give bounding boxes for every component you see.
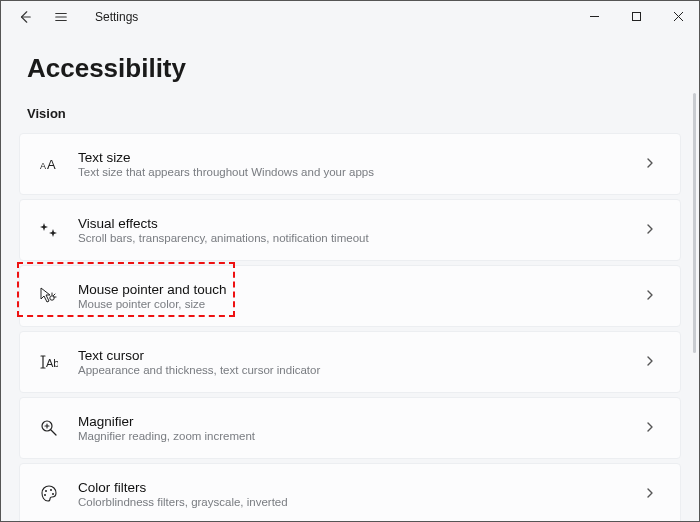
- minimize-button[interactable]: [573, 1, 615, 31]
- maximize-button[interactable]: [615, 1, 657, 31]
- svg-text:A: A: [40, 161, 46, 171]
- chevron-right-icon: [644, 353, 662, 371]
- row-text-size[interactable]: AA Text size Text size that appears thro…: [19, 133, 681, 195]
- row-color-filters[interactable]: Color filters Colorblindness filters, gr…: [19, 463, 681, 522]
- chevron-right-icon: [644, 419, 662, 437]
- close-button[interactable]: [657, 1, 699, 31]
- color-filters-icon: [38, 483, 60, 505]
- chevron-right-icon: [644, 155, 662, 173]
- titlebar: Settings: [1, 1, 699, 33]
- row-title: Text size: [78, 150, 644, 165]
- text-size-icon: AA: [38, 153, 60, 175]
- row-text-cursor[interactable]: Ab Text cursor Appearance and thickness,…: [19, 331, 681, 393]
- row-title: Mouse pointer and touch: [78, 282, 644, 297]
- svg-point-3: [50, 296, 54, 300]
- svg-text:A: A: [47, 157, 56, 172]
- maximize-icon: [631, 11, 642, 22]
- mouse-pointer-icon: [38, 285, 60, 307]
- row-title: Magnifier: [78, 414, 644, 429]
- minimize-icon: [589, 11, 600, 22]
- row-visual-effects[interactable]: Visual effects Scroll bars, transparency…: [19, 199, 681, 261]
- row-magnifier[interactable]: Magnifier Magnifier reading, zoom increm…: [19, 397, 681, 459]
- svg-point-9: [44, 494, 46, 496]
- chevron-right-icon: [644, 221, 662, 239]
- chevron-right-icon: [644, 485, 662, 503]
- titlebar-label: Settings: [95, 10, 138, 24]
- magnifier-icon: [38, 417, 60, 439]
- svg-point-6: [45, 490, 47, 492]
- section-vision-label: Vision: [1, 92, 699, 133]
- row-subtitle: Appearance and thickness, text cursor in…: [78, 364, 644, 376]
- row-subtitle: Scroll bars, transparency, animations, n…: [78, 232, 644, 244]
- hamburger-icon: [54, 10, 68, 24]
- row-subtitle: Colorblindness filters, grayscale, inver…: [78, 496, 644, 508]
- svg-point-7: [50, 489, 52, 491]
- svg-rect-0: [632, 12, 640, 20]
- back-button[interactable]: [9, 1, 41, 33]
- svg-text:Ab: Ab: [46, 357, 58, 369]
- chevron-right-icon: [644, 287, 662, 305]
- row-title: Text cursor: [78, 348, 644, 363]
- row-subtitle: Text size that appears throughout Window…: [78, 166, 644, 178]
- svg-point-8: [52, 493, 54, 495]
- close-icon: [673, 11, 684, 22]
- settings-list: AA Text size Text size that appears thro…: [1, 133, 699, 522]
- row-subtitle: Mouse pointer color, size: [78, 298, 644, 310]
- text-cursor-icon: Ab: [38, 351, 60, 373]
- row-title: Visual effects: [78, 216, 644, 231]
- back-icon: [18, 10, 32, 24]
- menu-button[interactable]: [45, 1, 77, 33]
- visual-effects-icon: [38, 219, 60, 241]
- row-mouse-pointer[interactable]: Mouse pointer and touch Mouse pointer co…: [19, 265, 681, 327]
- row-subtitle: Magnifier reading, zoom increment: [78, 430, 644, 442]
- page-title: Accessibility: [1, 33, 699, 92]
- row-title: Color filters: [78, 480, 644, 495]
- scrollbar[interactable]: [693, 93, 696, 353]
